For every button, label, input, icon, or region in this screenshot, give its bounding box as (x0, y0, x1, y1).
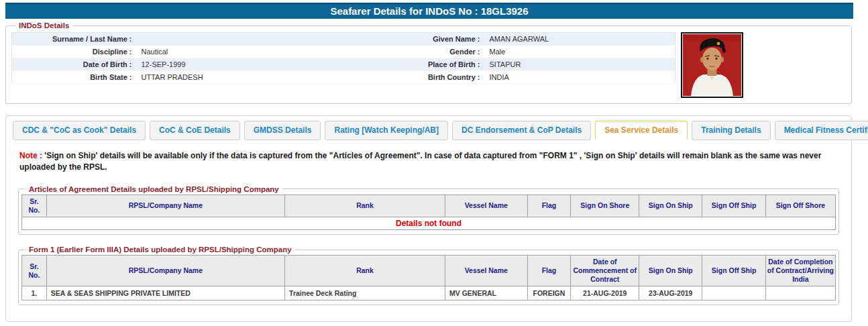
column-header: RPSL/Company Name (46, 256, 284, 286)
form1-legend: Form 1 (Earlier Form IIIA) Details uploa… (25, 246, 295, 254)
field-label: Surname / Last Name : (12, 33, 137, 46)
column-header: Date of Completion of Contract/Arriving … (765, 256, 835, 286)
field-label: Discipline : (12, 46, 137, 58)
table-header-row: Sr. No.RPSL/Company NameRankVessel NameF… (22, 256, 836, 286)
indos-details-section: INDoS Details Surname / Last Name :Given… (5, 21, 852, 104)
note-text: Note : 'Sign on Ship' details will be av… (19, 150, 828, 174)
table-cell (702, 286, 765, 301)
articles-of-agreement-legend: Articles of Agreement Details uploaded b… (25, 185, 282, 193)
form1-table: Sr. No.RPSL/Company NameRankVessel NameF… (21, 255, 836, 301)
column-header: Flag (527, 195, 571, 217)
indos-detail-row: Surname / Last Name :Given Name :AMAN AG… (12, 33, 675, 46)
table-header-row: Sr. No.RPSL/Company NameRankVessel NameF… (22, 195, 836, 217)
page: Seafarer Details for INDoS No : 18GL3926… (0, 3, 868, 322)
note-body: 'Sign on Ship' details will be available… (19, 151, 821, 172)
field-value: AMAN AGARWAL (485, 33, 675, 46)
tab-content-sea-service: Note : 'Sign on Ship' details will be av… (6, 150, 851, 305)
column-header: Rank (285, 195, 445, 217)
table-cell: SEA & SEAS SHIPPING PRIVATE LIMITED (46, 286, 284, 301)
column-header: Rank (285, 256, 445, 286)
articles-of-agreement-table: Sr. No.RPSL/Company NameRankVessel NameF… (21, 195, 836, 230)
tab-gmdss-details[interactable]: GMDSS Details (244, 121, 321, 140)
tab-bar: CDC & "CoC as Cook" DetailsCoC & CoE Det… (13, 121, 851, 140)
field-label: Birth State : (12, 71, 137, 84)
column-header: Vessel Name (445, 195, 527, 217)
table-cell: Trainee Deck Rating (285, 286, 445, 301)
column-header: Sign Off Ship (702, 256, 765, 286)
field-label: Date of Birth : (12, 58, 137, 71)
table-row: 1.SEA & SEAS SHIPPING PRIVATE LIMITEDTra… (22, 286, 836, 301)
field-value: Male (485, 46, 675, 58)
indos-detail-row: Birth State :UTTAR PRADESHBirth Country … (12, 71, 675, 84)
column-header: RPSL/Company Name (46, 195, 284, 217)
field-label: Given Name : (400, 33, 485, 46)
seafarer-photo-image (683, 34, 741, 96)
empty-message: Details not found (22, 217, 836, 230)
indos-details-body: Surname / Last Name :Given Name :AMAN AG… (11, 31, 846, 98)
column-header: Sr. No. (22, 195, 47, 217)
field-value: Nautical (137, 46, 400, 58)
field-value (137, 33, 400, 46)
column-header: Sign Off Shore (765, 195, 835, 217)
tab-cdc-coc-as-cook-details[interactable]: CDC & "CoC as Cook" Details (13, 121, 146, 140)
table-cell (765, 286, 835, 301)
column-header: Sign Off Ship (702, 195, 765, 217)
table-row: Details not found (22, 217, 836, 230)
indos-detail-row: Discipline :NauticalGender :Male (12, 46, 675, 58)
column-header: Sign On Shore (571, 195, 639, 217)
table-cell: FOREIGN (527, 286, 571, 301)
column-header: Date of Commencement of Contract (571, 256, 639, 286)
column-header: Sr. No. (22, 256, 47, 286)
column-header: Flag (527, 256, 571, 286)
field-value: INDIA (485, 71, 675, 84)
column-header: Vessel Name (445, 256, 527, 286)
note-prefix: Note : (19, 151, 42, 160)
tab-training-details[interactable]: Training Details (692, 121, 770, 140)
field-value: UTTAR PRADESH (137, 71, 400, 84)
column-header: Sign On Ship (639, 195, 702, 217)
form1-section: Form 1 (Earlier Form IIIA) Details uploa… (18, 246, 839, 305)
articles-of-agreement-section: Articles of Agreement Details uploaded b… (18, 185, 839, 235)
field-label: Birth Country : (400, 71, 485, 84)
field-value: SITAPUR (485, 58, 675, 71)
tab-dc-endorsement-cop-details[interactable]: DC Endorsement & CoP Details (452, 121, 591, 140)
table-cell: 23-AUG-2019 (639, 286, 702, 301)
table-cell: 21-AUG-2019 (571, 286, 639, 301)
field-label: Place of Birth : (400, 58, 485, 71)
tab-coc-coe-details[interactable]: CoC & CoE Details (150, 121, 240, 140)
tab-medical-fitness-certificate[interactable]: Medical Fitness Certificate (775, 121, 868, 140)
indos-detail-row: Date of Birth :12-SEP-1999Place of Birth… (12, 58, 675, 71)
table-cell: 1. (22, 286, 47, 301)
field-label: Gender : (400, 46, 485, 58)
tab-panel: CDC & "CoC as Cook" DetailsCoC & CoE Det… (5, 115, 852, 322)
indos-details-table: Surname / Last Name :Given Name :AMAN AG… (11, 32, 675, 84)
tab-rating-watch-keeping-ab[interactable]: Rating [Watch Keeping/AB] (325, 121, 448, 140)
column-header: Sign On Ship (639, 256, 702, 286)
field-value: 12-SEP-1999 (137, 58, 400, 71)
table-cell: MV GENERAL (445, 286, 527, 301)
seafarer-photo (681, 32, 743, 98)
tab-sea-service-details[interactable]: Sea Service Details (595, 121, 688, 140)
indos-details-legend: INDoS Details (15, 21, 72, 30)
page-title: Seafarer Details for INDoS No : 18GL3926 (5, 3, 853, 19)
